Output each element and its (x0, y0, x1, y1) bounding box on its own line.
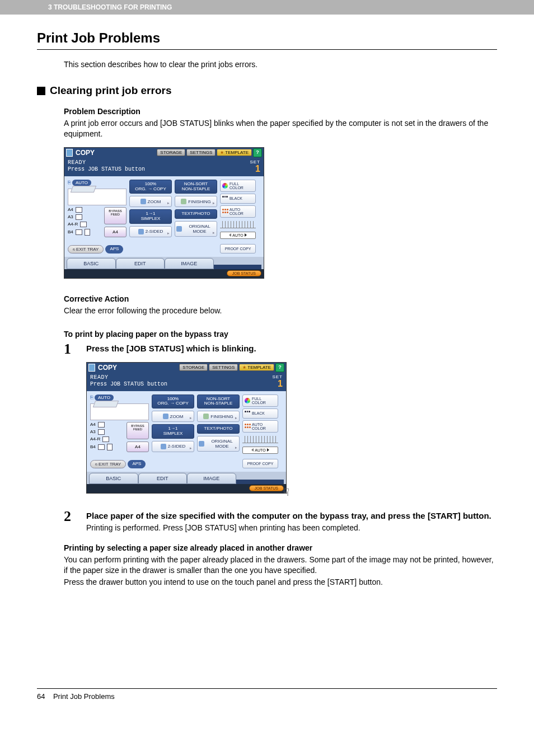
status-ready: READY (68, 159, 145, 167)
tab-basic[interactable]: BASIC (67, 258, 116, 269)
storage-button[interactable]: STORAGE (179, 364, 208, 371)
tray-b4[interactable]: B4 (90, 444, 124, 450)
black-icon (222, 196, 228, 201)
auto-color-button[interactable]: AUTO COLOR (220, 205, 256, 218)
status-message: Press JOB STATUS button (68, 166, 145, 173)
finishing-button[interactable]: FINISHING▸ (175, 196, 217, 207)
tray-a4[interactable]: A4 (90, 422, 124, 428)
job-status-button[interactable]: JOB STATUS (227, 270, 261, 276)
original-mode-icon (199, 441, 204, 447)
help-button[interactable]: ? (275, 363, 284, 372)
exit-tray-button[interactable]: ⎋ EXIT TRAY (90, 460, 126, 468)
auto-pill[interactable]: AUTO (72, 180, 91, 186)
tray-a3[interactable]: A3 (90, 429, 124, 435)
settings-button[interactable]: SETTINGS (186, 149, 216, 156)
left-tri-icon (251, 448, 254, 452)
a4-button[interactable]: A4 (104, 227, 127, 237)
panel-title-copy: COPY (98, 364, 178, 372)
aps-button[interactable]: APS (128, 460, 146, 468)
full-color-button[interactable]: FULL COLOR (242, 395, 278, 407)
template-button[interactable]: ★TEMPLATE (239, 364, 274, 371)
right-tri-icon (267, 448, 269, 452)
corrective-action-text: Clear the error following the procedure … (64, 306, 497, 316)
tab-image[interactable]: IMAGE (165, 258, 214, 269)
full-color-icon (245, 398, 250, 403)
storage-button[interactable]: STORAGE (157, 149, 185, 156)
step-2-title: Place paper of the size specified with t… (86, 510, 497, 522)
sort-value-box: NON-SORT NON-STAPLE (197, 395, 240, 409)
panel-title-copy: COPY (76, 149, 156, 157)
proof-copy-button[interactable]: PROOF COPY (242, 459, 278, 468)
simplex-value-box: 1→1 SIMPLEX (152, 424, 194, 439)
procedure-heading: To print by placing paper on the bypass … (64, 330, 497, 339)
step-number-1: 1 (64, 342, 86, 356)
tab-image[interactable]: IMAGE (187, 473, 236, 484)
footer-section-name: Print Job Problems (53, 692, 115, 701)
proof-copy-button[interactable]: PROOF COPY (220, 244, 256, 253)
bypass-feed-button[interactable]: BYPASS FEED (104, 207, 127, 224)
tray-a3[interactable]: A3 (68, 214, 102, 220)
textphoto-box: TEXT/PHOTO (197, 424, 240, 434)
scanner-diagram (90, 403, 149, 420)
tray-a4r[interactable]: A4-R (90, 436, 124, 442)
auto-color-icon (245, 424, 250, 429)
doc-icon (66, 149, 73, 157)
sort-value-box: NON-SORT NON-STAPLE (175, 180, 217, 194)
finishing-button[interactable]: FINISHING▸ (197, 411, 240, 422)
two-sided-icon (161, 444, 166, 449)
figure-copy-panel-2: COPY STORAGE SETTINGS ★TEMPLATE ? READY … (86, 362, 497, 494)
tray-a4r[interactable]: A4-R (68, 222, 102, 227)
chapter-header: 3 TROUBLESHOOTING FOR PRINTING (0, 0, 534, 15)
bypass-feed-button[interactable]: BYPASS FEED (127, 422, 149, 439)
footer-page-number: 64 (37, 692, 45, 701)
step-number-2: 2 (64, 509, 86, 524)
zoom-button[interactable]: ZOOM▸ (152, 411, 194, 422)
scan-icon: ⎘ (68, 180, 71, 185)
tray-b4[interactable]: B4 (68, 229, 102, 236)
auto-color-button[interactable]: AUTO COLOR (242, 420, 278, 433)
tab-edit[interactable]: EDIT (116, 258, 165, 269)
auto-pill[interactable]: AUTO (95, 395, 114, 401)
a4-button[interactable]: A4 (127, 442, 149, 452)
alt-paragraph-1: You can perform printing with the paper … (64, 555, 497, 576)
aps-button[interactable]: APS (105, 245, 123, 253)
step-1-title: Press the [JOB STATUS] which is blinking… (86, 343, 497, 354)
zoom-value-box: 100% ORG. → COPY (152, 395, 194, 409)
tray-a4[interactable]: A4 (68, 207, 102, 213)
original-mode-icon (176, 226, 182, 232)
two-sided-button[interactable]: 2-SIDED▸ (129, 226, 172, 237)
original-mode-button[interactable]: ORIGINAL MODE▸ (197, 436, 240, 452)
density-ruler (220, 221, 256, 228)
status-message: Press JOB STATUS button (90, 381, 167, 388)
scan-icon: ⎘ (90, 395, 93, 400)
zoom-button[interactable]: ZOOM▸ (129, 196, 172, 207)
help-button[interactable]: ? (253, 148, 262, 157)
tab-basic[interactable]: BASIC (89, 473, 138, 484)
set-count: 1 (272, 379, 283, 388)
tab-edit[interactable]: EDIT (138, 473, 188, 484)
template-button[interactable]: ★TEMPLATE (217, 149, 252, 156)
status-ready: READY (90, 374, 167, 382)
exit-tray-button[interactable]: ⎋ EXIT TRAY (68, 245, 104, 253)
title-rule (37, 49, 497, 50)
finishing-icon (203, 414, 209, 419)
square-bullet-icon (37, 87, 45, 95)
density-auto-chip[interactable]: AUTO (220, 232, 256, 239)
two-sided-button[interactable]: 2-SIDED▸ (152, 441, 194, 452)
right-tri-icon (245, 233, 247, 237)
page-footer: 64 Print Job Problems (37, 688, 497, 701)
black-button[interactable]: BLACK (220, 194, 256, 204)
black-button[interactable]: BLACK (242, 408, 278, 419)
textphoto-box: TEXT/PHOTO (175, 209, 217, 219)
settings-button[interactable]: SETTINGS (209, 364, 238, 371)
alt-procedure-heading: Printing by selecting a paper size alrea… (64, 543, 497, 552)
set-count: 1 (250, 165, 260, 173)
zoom-value-box: 100% ORG. → COPY (129, 180, 172, 194)
job-status-button[interactable]: JOB STATUS (249, 485, 284, 491)
density-auto-chip[interactable]: AUTO (242, 447, 278, 454)
figure-copy-panel-1: COPY STORAGE SETTINGS ★TEMPLATE ? READY … (64, 147, 497, 279)
original-mode-button[interactable]: ORIGINAL MODE▸ (175, 221, 217, 237)
full-color-button[interactable]: FULL COLOR (220, 180, 256, 192)
subsection-title: Clearing print job errors (50, 84, 171, 97)
tab-blank (236, 480, 284, 484)
